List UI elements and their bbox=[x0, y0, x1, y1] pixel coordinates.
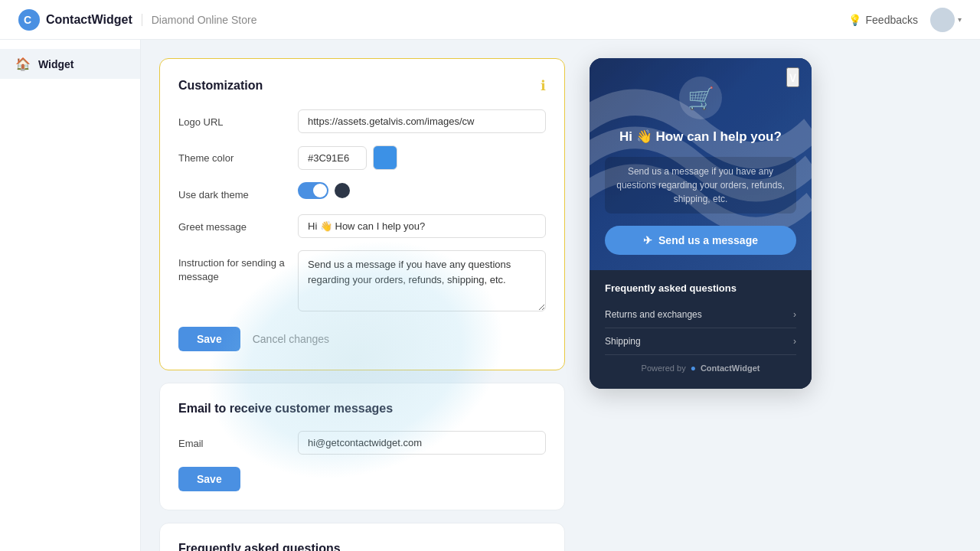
forms-column: Customization ℹ Logo URL Theme color bbox=[159, 58, 565, 551]
theme-color-control bbox=[298, 145, 546, 170]
dark-theme-row: Use dark theme bbox=[178, 182, 546, 202]
widget-faq-title: Frequently asked questions bbox=[605, 282, 796, 294]
feedbacks-button[interactable]: 💡 Feedbacks bbox=[848, 14, 918, 26]
email-card: Email to receive customer messages Email… bbox=[159, 383, 565, 510]
widget-bottom: Frequently asked questions Returns and e… bbox=[590, 270, 812, 389]
sidebar-item-widget[interactable]: 🏠 Widget bbox=[0, 49, 140, 79]
card-title: Customization bbox=[178, 79, 263, 93]
instruction-textarea[interactable]: Send us a message if you have any questi… bbox=[298, 250, 546, 311]
save-button[interactable]: Save bbox=[178, 327, 240, 351]
email-row: Email bbox=[178, 431, 546, 455]
content-wrapper: Customization ℹ Logo URL Theme color bbox=[159, 58, 962, 551]
card-header: Customization ℹ bbox=[178, 77, 546, 94]
send-button-label: Send us a message bbox=[658, 234, 758, 246]
faq-chevron-returns: › bbox=[793, 309, 796, 320]
color-swatch[interactable] bbox=[373, 145, 397, 170]
logo: C ContactWidget bbox=[18, 9, 132, 31]
faq-label-returns: Returns and exchanges bbox=[605, 309, 702, 320]
greet-message-control bbox=[298, 214, 546, 238]
widget-cart-icon: 🛒 bbox=[679, 77, 722, 119]
greet-message-input[interactable] bbox=[298, 214, 546, 238]
instruction-label: Instruction for sending a message bbox=[178, 250, 286, 284]
cart-emoji: 🛒 bbox=[688, 86, 714, 111]
feedbacks-label: Feedbacks bbox=[866, 14, 918, 26]
email-control bbox=[298, 431, 546, 455]
email-card-header: Email to receive customer messages bbox=[178, 402, 546, 416]
powered-by-text: Powered by bbox=[642, 364, 686, 373]
email-card-title: Email to receive customer messages bbox=[178, 402, 393, 416]
svg-text:C: C bbox=[24, 14, 31, 26]
store-name: Diamond Online Store bbox=[142, 14, 257, 26]
widget-greeting: Hi 👋 How can I help you? bbox=[605, 129, 796, 145]
email-input[interactable] bbox=[298, 431, 546, 455]
send-icon: ✈ bbox=[643, 234, 652, 246]
dark-theme-control bbox=[298, 182, 546, 199]
greet-message-row: Greet message bbox=[178, 214, 546, 238]
widget-collapse-button[interactable]: ∨ bbox=[786, 67, 799, 87]
widget-top: ∨ 🛒 Hi 👋 How can I help you? Send us a m… bbox=[590, 58, 812, 270]
logo-text: ContactWidget bbox=[46, 13, 132, 27]
theme-color-label: Theme color bbox=[178, 145, 286, 165]
powered-by: Powered by ● ContactWidget bbox=[605, 355, 796, 377]
toggle-row bbox=[298, 182, 546, 199]
logo-url-control bbox=[298, 109, 546, 133]
customization-card: Customization ℹ Logo URL Theme color bbox=[159, 58, 565, 370]
email-btn-row: Save bbox=[178, 467, 546, 491]
logo-url-row: Logo URL bbox=[178, 109, 546, 133]
header: C ContactWidget Diamond Online Store 💡 F… bbox=[0, 0, 980, 40]
sidebar-item-label: Widget bbox=[38, 58, 74, 70]
widget-send-button[interactable]: ✈ Send us a message bbox=[605, 226, 796, 255]
theme-color-input[interactable] bbox=[298, 146, 367, 170]
powered-logo-icon: ● bbox=[691, 363, 696, 373]
main-content: Customization ℹ Logo URL Theme color bbox=[141, 40, 980, 551]
home-icon: 🏠 bbox=[15, 57, 31, 71]
logo-url-label: Logo URL bbox=[178, 109, 286, 129]
dark-dot-icon bbox=[335, 183, 350, 198]
logo-url-input[interactable] bbox=[298, 109, 546, 133]
widget-preview: ∨ 🛒 Hi 👋 How can I help you? Send us a m… bbox=[590, 58, 812, 389]
faq-item-shipping[interactable]: Shipping › bbox=[605, 328, 796, 355]
dark-theme-toggle[interactable] bbox=[298, 182, 328, 199]
chevron-down-icon: ▾ bbox=[958, 15, 962, 24]
header-left: C ContactWidget Diamond Online Store bbox=[18, 9, 256, 31]
faq-card-header: Frequently asked questions bbox=[178, 542, 546, 551]
header-right: 💡 Feedbacks ▾ bbox=[848, 8, 962, 32]
dark-theme-label: Use dark theme bbox=[178, 182, 286, 202]
powered-brand: ContactWidget bbox=[701, 364, 760, 373]
email-save-button[interactable]: Save bbox=[178, 467, 240, 491]
user-menu[interactable]: ▾ bbox=[930, 8, 962, 32]
info-icon: ℹ bbox=[541, 77, 546, 94]
logo-icon: C bbox=[18, 9, 40, 31]
feedbacks-icon: 💡 bbox=[848, 14, 861, 26]
widget-instruction: Send us a message if you have any questi… bbox=[605, 157, 796, 214]
theme-color-row: Theme color bbox=[178, 145, 546, 170]
sidebar: 🏠 Widget bbox=[0, 40, 141, 551]
faq-label-shipping: Shipping bbox=[605, 336, 641, 347]
color-row bbox=[298, 145, 546, 170]
faq-chevron-shipping: › bbox=[793, 336, 796, 347]
customization-btn-row: Save Cancel changes bbox=[178, 327, 546, 351]
faq-card: Frequently asked questions bbox=[159, 523, 565, 551]
layout: 🏠 Widget Customization ℹ Logo URL bbox=[0, 40, 980, 551]
instruction-control: Send us a message if you have any questi… bbox=[298, 250, 546, 315]
email-label: Email bbox=[178, 431, 286, 451]
instruction-row: Instruction for sending a message Send u… bbox=[178, 250, 546, 315]
faq-card-title: Frequently asked questions bbox=[178, 542, 341, 551]
avatar bbox=[930, 8, 955, 32]
cancel-button[interactable]: Cancel changes bbox=[253, 333, 329, 345]
greet-message-label: Greet message bbox=[178, 214, 286, 234]
faq-item-returns[interactable]: Returns and exchanges › bbox=[605, 302, 796, 328]
